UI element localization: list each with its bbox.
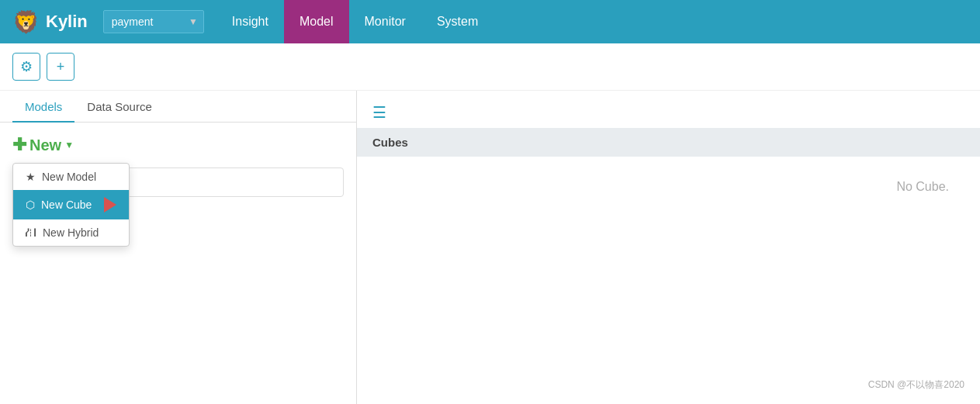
tab-monitor[interactable]: Monitor (349, 0, 421, 43)
footer: CSDN @不以物喜2020 (853, 372, 980, 398)
settings-icon: ⚙ (20, 58, 33, 75)
dropdown-new-hybrid[interactable]: ⛙ New Hybrid (13, 219, 129, 246)
new-caret-icon: ▼ (64, 140, 74, 150)
navbar: 🦁 Kylin payment ▼ Insight Model Monitor … (0, 0, 980, 43)
add-button[interactable]: + (47, 53, 74, 81)
plus-icon: + (57, 59, 65, 75)
new-button-area: ✚ New ▼ ★ New Model ⬡ New Cube ⛙ New Hyb… (0, 123, 356, 161)
new-hybrid-label: New Hybrid (43, 226, 99, 239)
right-panel: ☰ Cubes No Cube. (357, 91, 980, 404)
cube-icon: ⬡ (26, 199, 35, 211)
tab-datasource[interactable]: Data Source (74, 91, 164, 123)
project-selector[interactable]: payment ▼ (103, 10, 204, 33)
new-model-label: New Model (42, 171, 96, 183)
toolbar: ⚙ + (0, 43, 980, 91)
top-nav: Insight Model Monitor System (216, 0, 493, 43)
panel-tabs: Models Data Source (0, 91, 356, 123)
footer-text: CSDN @不以物喜2020 (868, 379, 964, 390)
tab-insight[interactable]: Insight (216, 0, 284, 43)
cubes-header: Cubes (357, 128, 980, 157)
cubes-title: Cubes (372, 136, 408, 149)
no-cube-label: No Cube. (896, 180, 949, 193)
settings-button[interactable]: ⚙ (12, 53, 40, 81)
new-plus-icon: ✚ (12, 135, 26, 155)
dropdown-new-model[interactable]: ★ New Model (13, 164, 129, 190)
no-cube-text: No Cube. (357, 157, 980, 217)
arrow-indicator-icon (104, 197, 116, 212)
dropdown-new-cube[interactable]: ⬡ New Cube (13, 190, 129, 219)
main-content: Models Data Source ✚ New ▼ ★ New Model ⬡… (0, 91, 980, 404)
hamburger-icon[interactable]: ☰ (372, 104, 386, 121)
tab-model[interactable]: Model (284, 0, 349, 43)
right-header: ☰ (357, 91, 980, 128)
project-select[interactable]: payment (103, 10, 204, 33)
tab-system[interactable]: System (421, 0, 493, 43)
tab-models[interactable]: Models (12, 91, 74, 123)
star-icon: ★ (26, 171, 36, 183)
hybrid-icon: ⛙ (26, 226, 36, 239)
new-cube-label: New Cube (41, 199, 92, 211)
logo-icon: 🦁 (12, 9, 40, 35)
new-dropdown-button[interactable]: ✚ New ▼ (12, 135, 74, 155)
new-dropdown-menu: ★ New Model ⬡ New Cube ⛙ New Hybrid (12, 163, 130, 247)
brand: 🦁 Kylin (12, 9, 88, 35)
left-panel: Models Data Source ✚ New ▼ ★ New Model ⬡… (0, 91, 357, 404)
brand-name: Kylin (46, 12, 88, 32)
new-button-label: New (29, 136, 61, 154)
